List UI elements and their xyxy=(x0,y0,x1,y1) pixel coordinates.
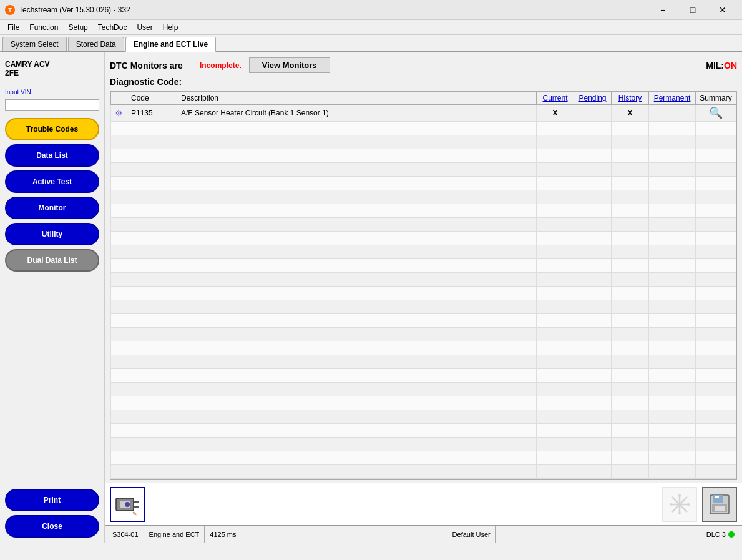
svg-point-10 xyxy=(678,503,681,506)
close-button[interactable]: ✕ xyxy=(708,1,737,19)
diagnostic-code-label: Diagnostic Code: xyxy=(110,77,737,87)
input-vin-label: Input VIN xyxy=(5,89,99,96)
vehicle-line1: CAMRY ACV xyxy=(5,60,99,69)
row-icon-cell: ⚙ xyxy=(111,105,127,122)
table-row xyxy=(111,259,736,273)
row-current: X xyxy=(537,105,574,122)
settings-icon: ⚙ xyxy=(115,108,123,118)
save-button[interactable] xyxy=(702,487,737,522)
snowflake-icon xyxy=(668,493,691,516)
svg-point-11 xyxy=(678,494,681,497)
save-icon xyxy=(708,493,731,516)
status-bar: S304-01 Engine and ECT 4125 ms Default U… xyxy=(105,525,742,543)
col-icon xyxy=(111,92,127,105)
col-permanent[interactable]: Permanent xyxy=(649,92,696,105)
window-controls: − □ ✕ xyxy=(648,1,737,19)
table-row xyxy=(111,218,736,232)
col-description: Description xyxy=(177,92,537,105)
table-row xyxy=(111,383,736,396)
trouble-codes-button[interactable]: Trouble Codes xyxy=(5,118,99,140)
table-row xyxy=(111,438,736,451)
title-bar: T Techstream (Ver 15.30.026) - 332 − □ ✕ xyxy=(0,0,742,20)
table-row xyxy=(111,273,736,287)
menu-user[interactable]: User xyxy=(132,22,157,33)
row-description: A/F Sensor Heater Circuit (Bank 1 Sensor… xyxy=(177,105,537,122)
col-current[interactable]: Current xyxy=(537,92,574,105)
view-monitors-button[interactable]: View Monitors xyxy=(249,57,330,73)
sidebar: CAMRY ACV 2FE Input VIN Trouble Codes Da… xyxy=(0,52,105,543)
monitor-button[interactable]: Monitor xyxy=(5,197,99,219)
svg-rect-2 xyxy=(134,501,139,503)
table-row: ⚙ P1135 A/F Sensor Heater Circuit (Bank … xyxy=(111,105,736,122)
svg-point-14 xyxy=(687,503,690,506)
active-test-button[interactable]: Active Test xyxy=(5,170,99,193)
tab-bar: System Select Stored Data Engine and ECT… xyxy=(0,35,742,52)
table-row xyxy=(111,314,736,328)
maximize-button[interactable]: □ xyxy=(678,1,707,19)
close-button[interactable]: Close xyxy=(5,515,99,538)
row-summary[interactable]: 🔍 xyxy=(696,105,736,122)
table-row xyxy=(111,410,736,424)
table-row xyxy=(111,300,736,314)
table-row xyxy=(111,245,736,259)
menu-techdoc[interactable]: TechDoc xyxy=(93,22,132,33)
menu-function[interactable]: Function xyxy=(24,22,63,33)
svg-point-4 xyxy=(125,502,130,507)
window-title: Techstream (Ver 15.30.026) - 332 xyxy=(19,6,130,14)
table-row xyxy=(111,232,736,245)
table-row xyxy=(111,341,736,355)
vehicle-line2: 2FE xyxy=(5,69,99,77)
mil-status: ON xyxy=(724,61,737,71)
freeze-button[interactable] xyxy=(662,487,697,522)
col-pending[interactable]: Pending xyxy=(574,92,612,105)
table-row xyxy=(111,122,736,135)
svg-rect-3 xyxy=(134,506,139,508)
dtc-monitors-label: DTC Monitors are xyxy=(110,61,183,71)
table-row xyxy=(111,424,736,438)
content-area: DTC Monitors are Incomplete. View Monito… xyxy=(105,52,742,543)
svg-text:✎: ✎ xyxy=(132,511,137,517)
mil-label: MIL:ON xyxy=(706,61,737,71)
menu-help[interactable]: Help xyxy=(158,22,183,33)
dtc-header: DTC Monitors are Incomplete. View Monito… xyxy=(110,57,737,73)
ecu-button[interactable]: ✎ xyxy=(110,487,145,522)
dtc-table: Code Description Current Pending History… xyxy=(110,91,737,480)
app-icon: T xyxy=(5,5,15,15)
table-row xyxy=(111,135,736,149)
col-code: Code xyxy=(127,92,177,105)
table-row xyxy=(111,369,736,383)
table-row xyxy=(111,328,736,341)
vehicle-info: CAMRY ACV 2FE xyxy=(5,57,99,80)
table-row xyxy=(111,177,736,190)
svg-rect-17 xyxy=(715,496,719,498)
vin-input[interactable] xyxy=(5,99,99,111)
table-row xyxy=(111,190,736,204)
menu-file[interactable]: File xyxy=(2,22,24,33)
tab-stored-data[interactable]: Stored Data xyxy=(68,37,124,51)
col-history[interactable]: History xyxy=(612,92,649,105)
right-upper: DTC Monitors are Incomplete. View Monito… xyxy=(105,52,742,483)
dlc-indicator xyxy=(728,531,735,538)
col-summary: Summary xyxy=(696,92,736,105)
menu-setup[interactable]: Setup xyxy=(63,22,92,33)
svg-rect-16 xyxy=(713,495,723,503)
table-row xyxy=(111,355,736,369)
dual-data-list-button[interactable]: Dual Data List xyxy=(5,249,99,272)
svg-rect-19 xyxy=(715,506,725,511)
data-list-button[interactable]: Data List xyxy=(5,144,99,167)
table-row xyxy=(111,204,736,218)
row-pending xyxy=(574,105,612,122)
table-row xyxy=(111,451,736,465)
table-header-row: Code Description Current Pending History… xyxy=(111,92,736,105)
menu-bar: File Function Setup TechDoc User Help xyxy=(0,20,742,35)
svg-point-12 xyxy=(678,512,681,514)
svg-point-13 xyxy=(670,503,672,506)
utility-button[interactable]: Utility xyxy=(5,223,99,245)
tab-engine-ect-live[interactable]: Engine and ECT Live xyxy=(125,37,216,52)
print-button[interactable]: Print xyxy=(5,489,99,511)
minimize-button[interactable]: − xyxy=(648,1,677,19)
ecu-icon: ✎ xyxy=(115,492,140,517)
status-system: Engine and ECT xyxy=(144,526,205,543)
table-row xyxy=(111,479,736,481)
tab-system-select[interactable]: System Select xyxy=(2,37,67,51)
